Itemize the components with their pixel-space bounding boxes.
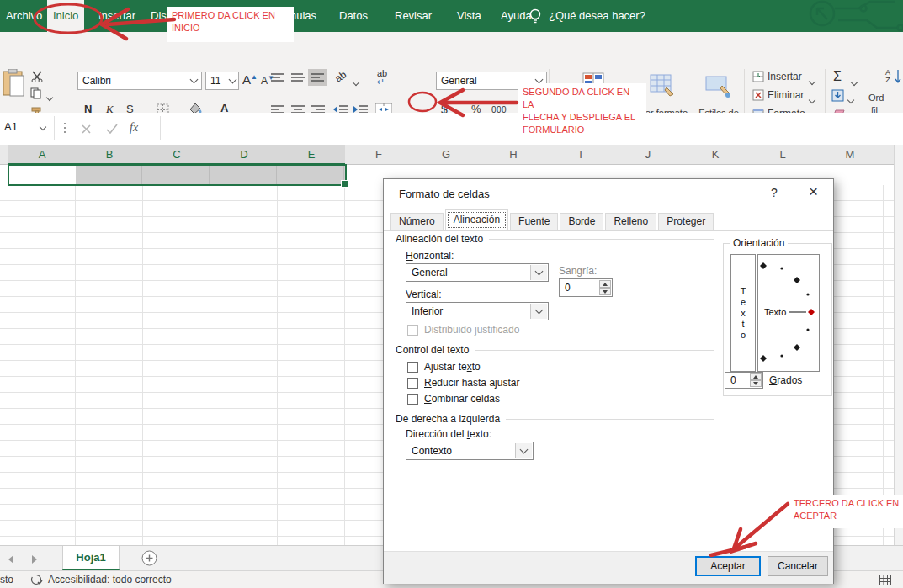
- font-family-combo[interactable]: Calibri: [77, 72, 202, 90]
- col-header-f[interactable]: F: [345, 145, 412, 165]
- formula-bar-grip[interactable]: [64, 123, 66, 133]
- dialog-tab-relleno[interactable]: Relleno: [605, 213, 656, 230]
- insert-cells-button[interactable]: Insertar: [768, 71, 802, 82]
- delete-cells-button[interactable]: Eliminar: [768, 89, 804, 101]
- insert-caret[interactable]: [810, 75, 815, 87]
- cancel-entry-icon[interactable]: [81, 124, 92, 135]
- sort-az-icon[interactable]: A Z: [885, 69, 890, 84]
- text-direction-caret[interactable]: [515, 443, 532, 458]
- fill-down-icon[interactable]: [831, 89, 844, 102]
- wrap-text-checkbox[interactable]: Ajustar texto: [407, 361, 481, 373]
- lightbulb-icon[interactable]: [529, 8, 542, 24]
- copy-dropdown-caret[interactable]: [47, 91, 52, 103]
- vertical-scrollbar[interactable]: [894, 145, 903, 545]
- dialog-help-button[interactable]: ?: [771, 186, 778, 199]
- sheet-tab-hoja1[interactable]: Hoja1: [62, 546, 120, 570]
- enter-entry-icon[interactable]: [106, 124, 118, 134]
- sort-filter-label-1[interactable]: Ord: [868, 93, 884, 103]
- tab-inicio[interactable]: Inicio: [47, 0, 84, 32]
- wrap-text-icon[interactable]: ab↵: [377, 69, 387, 86]
- ok-button[interactable]: Aceptar: [695, 556, 761, 576]
- col-header-b[interactable]: B: [76, 145, 143, 165]
- align-top-icon[interactable]: [271, 72, 284, 83]
- accessibility-icon: [30, 574, 43, 586]
- cell-styles-icon[interactable]: [705, 72, 734, 99]
- indent-spinner[interactable]: 0: [559, 278, 613, 297]
- clipboard-icon: [0, 69, 29, 98]
- vertical-select[interactable]: Inferior: [406, 302, 549, 320]
- orientation-caret[interactable]: [353, 76, 359, 87]
- tab-vista[interactable]: Vista: [451, 0, 487, 32]
- indent-down-button[interactable]: [599, 288, 611, 295]
- format-as-table-icon[interactable]: [650, 72, 677, 99]
- distributed-justified-checkbox[interactable]: Distribuido justificado: [407, 324, 519, 336]
- dialog-tab-numero[interactable]: Número: [390, 213, 444, 230]
- col-header-e[interactable]: E: [278, 145, 345, 165]
- vertical-text-preview[interactable]: T e x t o: [730, 254, 756, 372]
- new-sheet-icon[interactable]: [141, 550, 157, 566]
- insert-cells-icon[interactable]: [752, 71, 764, 82]
- dialog-tab-borde[interactable]: Borde: [560, 213, 603, 230]
- dialog-tab-proteger[interactable]: Proteger: [658, 213, 714, 230]
- font-size-caret[interactable]: [226, 72, 238, 89]
- vertical-select-caret[interactable]: [530, 304, 547, 319]
- dialog-close-icon[interactable]: ×: [809, 183, 818, 201]
- tab-insertar[interactable]: Insertar: [93, 0, 141, 32]
- dialog-tab-alineacion[interactable]: Alineación: [445, 209, 508, 230]
- grow-font-button[interactable]: A▲: [242, 72, 258, 87]
- tab-revisar[interactable]: Revisar: [389, 0, 438, 32]
- grow-font-letter: A: [242, 72, 251, 87]
- shrink-to-fit-checkbox[interactable]: Reducir hasta ajustar: [407, 377, 519, 389]
- sort-letter-z: Z: [885, 76, 890, 84]
- dialog-tab-fuente[interactable]: Fuente: [510, 213, 558, 230]
- fill-handle[interactable]: [341, 180, 348, 188]
- delete-cells-icon[interactable]: [752, 89, 764, 101]
- sheet-nav-prev[interactable]: [8, 555, 13, 564]
- align-bottom-button-selected[interactable]: [308, 69, 327, 86]
- font-family-value: Calibri: [82, 72, 111, 89]
- indent-up-button[interactable]: [599, 280, 611, 288]
- horizontal-select-caret[interactable]: [530, 265, 547, 280]
- align-middle-icon[interactable]: [291, 72, 305, 83]
- col-header-i[interactable]: I: [547, 145, 614, 165]
- right-to-left-heading: De derecha a izquierda: [396, 413, 500, 425]
- ribbon: Pegar ortapapeles Calibri 11: [0, 32, 903, 114]
- cut-icon[interactable]: [30, 71, 44, 82]
- copy-icon[interactable]: [30, 87, 42, 99]
- tab-archivo[interactable]: Archivo: [0, 0, 48, 32]
- name-box[interactable]: A1: [0, 116, 55, 140]
- select-all-corner[interactable]: [0, 145, 8, 165]
- selected-range-a1-e1[interactable]: [8, 164, 347, 186]
- col-header-m[interactable]: M: [816, 145, 884, 165]
- horizontal-select[interactable]: General: [406, 263, 549, 282]
- merge-cells-checkbox[interactable]: Combinar celdas: [407, 393, 500, 405]
- sheet-nav-next[interactable]: [32, 555, 37, 564]
- fill-caret[interactable]: [848, 93, 853, 105]
- insert-function-button[interactable]: fx: [130, 121, 138, 135]
- merge-checkbox-label: Combinar celdas: [424, 393, 500, 405]
- cancel-button[interactable]: Cancelar: [768, 556, 828, 576]
- degrees-down-button[interactable]: [750, 380, 762, 387]
- degrees-up-button[interactable]: [750, 373, 762, 380]
- col-header-a[interactable]: A: [8, 145, 76, 165]
- delete-caret[interactable]: [810, 93, 815, 105]
- col-header-l[interactable]: L: [749, 145, 816, 165]
- tell-me-search[interactable]: ¿Qué desea hacer?: [549, 0, 645, 32]
- col-header-d[interactable]: D: [210, 145, 278, 165]
- font-family-caret[interactable]: [186, 72, 201, 89]
- degrees-label: Grados: [769, 374, 802, 386]
- font-size-combo[interactable]: 11: [205, 72, 239, 90]
- col-header-g[interactable]: G: [412, 145, 480, 165]
- orientation-dial[interactable]: Texto: [757, 254, 820, 372]
- autosum-caret[interactable]: [852, 76, 857, 87]
- tab-datos[interactable]: Datos: [333, 0, 374, 32]
- autosum-button[interactable]: Σ: [833, 69, 842, 84]
- col-header-j[interactable]: J: [614, 145, 682, 165]
- normal-view-icon[interactable]: [879, 575, 891, 585]
- text-direction-select[interactable]: Contexto: [406, 442, 534, 460]
- col-header-k[interactable]: K: [682, 145, 749, 165]
- col-header-h[interactable]: H: [480, 145, 547, 165]
- degrees-spinner[interactable]: 0: [725, 372, 763, 389]
- col-header-c[interactable]: C: [143, 145, 210, 165]
- orientation-icon[interactable]: ab: [332, 68, 348, 84]
